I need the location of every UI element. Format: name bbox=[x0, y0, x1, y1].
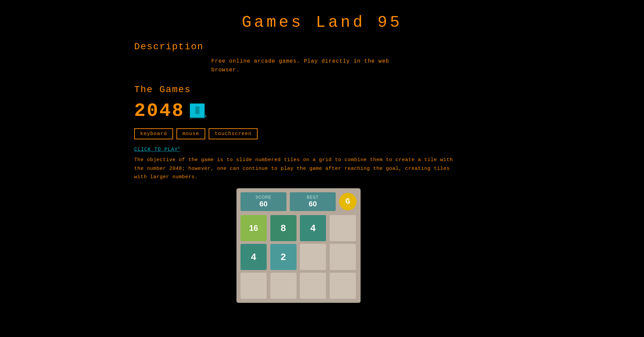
game-grid: 16 8 4 4 2 bbox=[240, 215, 357, 299]
tile-empty-4 bbox=[240, 273, 267, 299]
tile-4-1: 4 bbox=[300, 215, 326, 241]
controls-row: keyboard mouse touchscreen bbox=[134, 128, 510, 139]
tile-8: 8 bbox=[270, 215, 297, 241]
description-section: Description Free online arcade games. Pl… bbox=[134, 42, 510, 74]
tile-empty-1 bbox=[330, 215, 356, 241]
game-description: The objective of the game is to slide nu… bbox=[134, 156, 463, 182]
tile-empty-2 bbox=[300, 244, 326, 270]
tile-empty-5 bbox=[270, 273, 297, 299]
game-header: SCORE 60 BEST 60 G bbox=[240, 192, 357, 211]
score-box: SCORE 60 bbox=[240, 192, 286, 211]
tile-2: 2 bbox=[270, 244, 297, 270]
best-value: 60 bbox=[297, 200, 329, 208]
best-box: BEST 60 bbox=[290, 192, 336, 211]
control-keyboard: keyboard bbox=[134, 128, 173, 139]
page-container: Games Land 95 Description Free online ar… bbox=[121, 0, 523, 310]
tile-4-2: 4 bbox=[240, 244, 267, 270]
site-title: Games Land 95 bbox=[134, 7, 510, 42]
control-touchscreen: touchscreen bbox=[209, 128, 258, 139]
tile-empty-7 bbox=[330, 273, 356, 299]
best-label: BEST bbox=[297, 195, 329, 200]
tile-16: 16 bbox=[240, 215, 267, 241]
score-label: SCORE bbox=[247, 195, 280, 200]
tile-empty-3 bbox=[330, 244, 356, 270]
description-heading: Description bbox=[134, 42, 510, 52]
games-heading: The Games bbox=[134, 84, 510, 95]
tile-empty-6 bbox=[300, 273, 326, 299]
game-preview: SCORE 60 BEST 60 G 16 8 4 4 2 bbox=[236, 188, 361, 303]
score-value: 60 bbox=[247, 200, 280, 208]
info-icon[interactable]: ▒ bbox=[190, 104, 205, 118]
game-title-row: 2048 ▒ bbox=[134, 100, 510, 122]
control-mouse: mouse bbox=[176, 128, 205, 139]
click-to-play-link[interactable]: CLICK TO PLAY1 bbox=[134, 146, 180, 152]
game-title: 2048 bbox=[134, 100, 184, 122]
new-game-button[interactable]: G bbox=[339, 193, 357, 210]
description-text: Free online arcade games. Play directly … bbox=[211, 57, 510, 74]
games-section: The Games 2048 ▒ keyboard mouse touchscr… bbox=[134, 84, 510, 303]
